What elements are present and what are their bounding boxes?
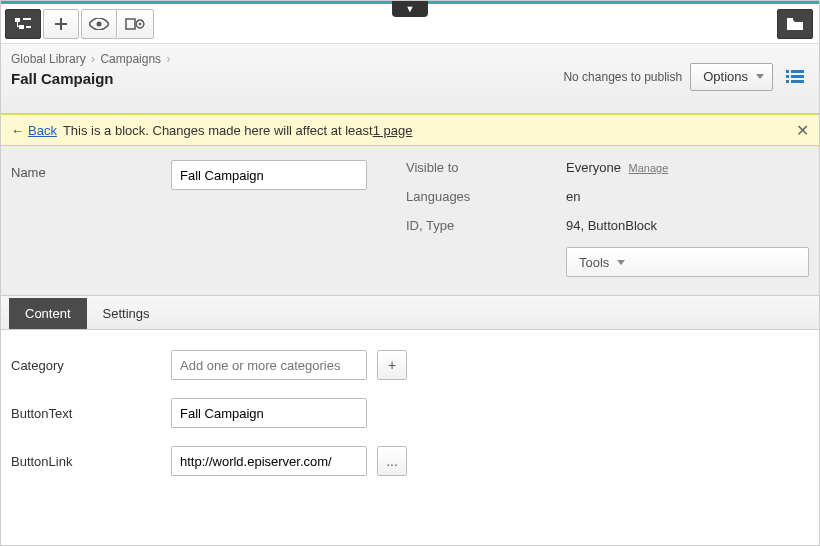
- back-link[interactable]: Back: [28, 123, 57, 138]
- svg-rect-14: [786, 80, 789, 83]
- browse-link-button[interactable]: ...: [377, 446, 407, 476]
- plus-icon: [54, 17, 68, 31]
- options-label: Options: [703, 69, 748, 84]
- add-button[interactable]: [43, 9, 79, 39]
- svg-point-6: [97, 21, 102, 26]
- tabs-row: Content Settings: [1, 296, 819, 330]
- top-toolbar: ▼: [1, 4, 819, 44]
- assets-toggle-button[interactable]: [777, 9, 813, 39]
- id-type-label: ID, Type: [406, 218, 566, 233]
- svg-rect-5: [17, 26, 20, 27]
- list-view-button[interactable]: [781, 63, 809, 91]
- svg-point-8: [138, 22, 141, 25]
- visible-to-value: Everyone: [566, 160, 621, 175]
- chevron-down-icon: [617, 260, 625, 265]
- svg-rect-12: [786, 75, 789, 78]
- name-input[interactable]: [171, 160, 367, 190]
- svg-rect-13: [791, 75, 804, 78]
- chevron-right-icon: ›: [166, 52, 170, 66]
- languages-label: Languages: [406, 189, 566, 204]
- svg-rect-1: [23, 18, 31, 20]
- header-area: Global Library › Campaigns › Fall Campai…: [1, 44, 819, 114]
- publish-status: No changes to publish: [563, 70, 682, 84]
- svg-rect-9: [787, 18, 793, 21]
- compare-button[interactable]: [118, 9, 154, 39]
- panel-expand-chevron[interactable]: ▼: [392, 1, 428, 17]
- list-icon: [786, 70, 804, 84]
- id-type-value: 94, ButtonBlock: [566, 218, 657, 233]
- manage-link[interactable]: Manage: [629, 162, 669, 174]
- languages-value: en: [566, 189, 580, 204]
- content-form: Category + ButtonText ButtonLink ...: [1, 330, 819, 514]
- svg-rect-11: [791, 70, 804, 73]
- name-label: Name: [11, 160, 171, 277]
- buttontext-label: ButtonText: [11, 406, 171, 421]
- visible-to-label: Visible to: [406, 160, 566, 175]
- folder-icon: [787, 18, 803, 30]
- svg-rect-3: [26, 26, 31, 28]
- tools-label: Tools: [579, 255, 609, 270]
- buttonlink-label: ButtonLink: [11, 454, 171, 469]
- preview-button[interactable]: [81, 9, 117, 39]
- svg-rect-15: [791, 80, 804, 83]
- tree-toggle-button[interactable]: [5, 9, 41, 39]
- buttonlink-input[interactable]: [171, 446, 367, 476]
- tab-settings[interactable]: Settings: [87, 298, 166, 329]
- eye-icon: [89, 18, 109, 30]
- svg-rect-0: [15, 18, 20, 22]
- add-category-button[interactable]: +: [377, 350, 407, 380]
- info-banner: ← Back This is a block. Changes made her…: [1, 114, 819, 146]
- tab-content[interactable]: Content: [9, 298, 87, 329]
- svg-rect-7: [126, 19, 135, 29]
- compare-icon: [125, 17, 147, 31]
- chevron-right-icon: ›: [91, 52, 95, 66]
- breadcrumb-item[interactable]: Campaigns: [100, 52, 161, 66]
- category-input[interactable]: [171, 350, 367, 380]
- page-title: Fall Campaign: [11, 70, 172, 87]
- category-label: Category: [11, 358, 171, 373]
- affected-pages-link[interactable]: 1 page: [373, 123, 413, 138]
- properties-area: Name Visible to Everyone Manage Language…: [1, 146, 819, 296]
- banner-message: This is a block. Changes made here will …: [63, 123, 373, 138]
- breadcrumb-item[interactable]: Global Library: [11, 52, 86, 66]
- options-button[interactable]: Options: [690, 63, 773, 91]
- tools-button[interactable]: Tools: [566, 247, 809, 277]
- svg-rect-10: [786, 70, 789, 73]
- breadcrumb: Global Library › Campaigns ›: [11, 52, 172, 66]
- close-icon[interactable]: ✕: [796, 121, 809, 140]
- buttontext-input[interactable]: [171, 398, 367, 428]
- chevron-down-icon: [756, 74, 764, 79]
- arrow-left-icon: ←: [11, 123, 24, 138]
- tree-icon: [15, 17, 31, 31]
